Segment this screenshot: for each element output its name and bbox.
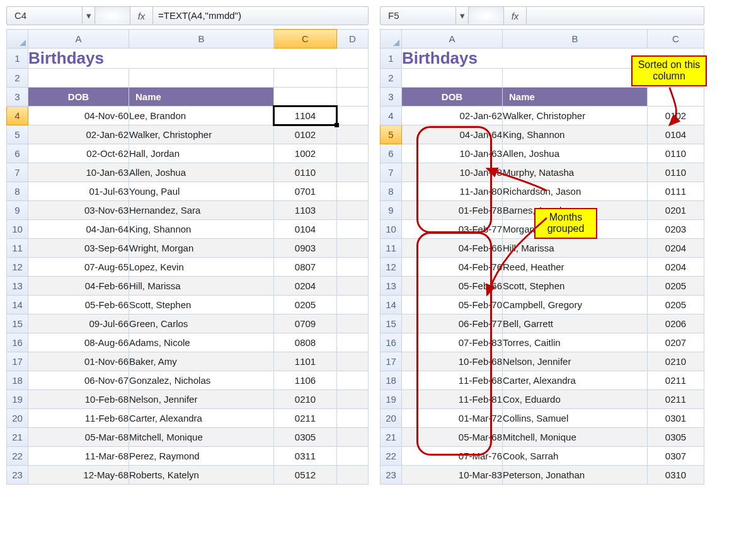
cell-dob[interactable]: 02-Jan-62 [402, 107, 503, 125]
cell-name[interactable]: Gonzalez, Nicholas [129, 371, 274, 390]
name-box-dropdown-icon[interactable]: ▾ [83, 7, 95, 25]
cell-name[interactable]: Bell, Garrett [503, 314, 648, 333]
cell-code[interactable]: 1106 [274, 371, 337, 390]
cell-dob[interactable]: 07-Feb-83 [402, 333, 503, 352]
name-box-dropdown-icon[interactable]: ▾ [456, 7, 469, 25]
cell-code[interactable]: 0211 [274, 409, 337, 428]
cell-name[interactable]: King, Shannon [503, 125, 648, 144]
cell-dob[interactable]: 05-Mar-68 [28, 428, 129, 447]
cell-dob[interactable]: 06-Feb-77 [402, 314, 503, 333]
cell-code[interactable]: 0104 [648, 125, 704, 144]
row-header[interactable]: 7 [7, 163, 28, 182]
row-header[interactable]: 6 [381, 144, 402, 163]
row-header[interactable]: 23 [381, 466, 402, 485]
cell-name[interactable]: Reed, Heather [503, 258, 648, 277]
row-header[interactable]: 2 [7, 69, 28, 88]
cell-name[interactable]: Lee, Brandon [129, 107, 274, 125]
cell[interactable] [337, 201, 369, 220]
cell-name[interactable]: Baker, Amy [129, 352, 274, 371]
cell-code[interactable]: 0808 [274, 333, 337, 352]
cell-dob[interactable]: 04-Nov-60 [28, 107, 129, 125]
cell-code[interactable]: 0709 [274, 314, 337, 333]
row-header[interactable]: 19 [7, 390, 28, 409]
cell[interactable] [274, 88, 337, 107]
cell-dob[interactable]: 04-Feb-66 [402, 239, 503, 258]
cell-dob[interactable]: 03-Nov-63 [28, 201, 129, 220]
cell-dob[interactable]: 10-Mar-83 [402, 466, 503, 485]
cell-name[interactable]: Campbell, Gregory [503, 296, 648, 314]
cell-dob[interactable]: 11-Feb-68 [28, 409, 129, 428]
cell-name[interactable]: Green, Carlos [129, 314, 274, 333]
cell-name[interactable]: Cook, Sarrah [503, 447, 648, 466]
row-header[interactable]: 21 [381, 428, 402, 447]
cell-code[interactable]: 0205 [648, 277, 704, 296]
cell-dob[interactable]: 04-Jan-64 [28, 220, 129, 239]
cell-dob[interactable]: 04-Jan-64 [402, 125, 503, 144]
row-header[interactable]: 5 [381, 125, 402, 144]
cell[interactable] [337, 447, 369, 466]
table-header-name[interactable]: Name [503, 88, 648, 107]
row-header[interactable]: 4 [7, 107, 28, 125]
cell-dob[interactable]: 07-Aug-65 [28, 258, 129, 277]
row-header[interactable]: 8 [381, 182, 402, 201]
cell-code[interactable]: 0110 [274, 163, 337, 182]
cell[interactable] [129, 69, 274, 88]
cell[interactable] [402, 69, 503, 88]
cell-name[interactable]: Walker, Christopher [129, 125, 274, 144]
cell-code[interactable]: 0301 [648, 409, 704, 428]
cell[interactable] [337, 88, 369, 107]
cell-code[interactable]: 0206 [648, 314, 704, 333]
row-header[interactable]: 1 [7, 49, 28, 69]
cell[interactable] [337, 409, 369, 428]
cell-code[interactable]: 0204 [648, 258, 704, 277]
cell-dob[interactable]: 01-Mar-72 [402, 409, 503, 428]
cell-name[interactable]: Cox, Eduardo [503, 390, 648, 409]
cell-name[interactable]: Young, Paul [129, 182, 274, 201]
cell-name[interactable]: Peterson, Jonathan [503, 466, 648, 485]
cell[interactable] [337, 239, 369, 258]
col-header-C[interactable]: C [648, 30, 704, 49]
row-header[interactable]: 14 [381, 296, 402, 314]
cell-name[interactable]: Hall, Jordan [129, 144, 274, 163]
select-all-corner[interactable] [7, 30, 28, 49]
table-header-dob[interactable]: DOB [402, 88, 503, 107]
cell-code[interactable]: 0311 [274, 447, 337, 466]
col-header-B[interactable]: B [129, 30, 274, 49]
cell[interactable] [337, 69, 369, 88]
cell-dob[interactable]: 04-Feb-76 [402, 258, 503, 277]
cell-code[interactable]: 0310 [648, 466, 704, 485]
cell-name[interactable]: Perez, Raymond [129, 447, 274, 466]
cell-dob[interactable]: 10-Jan-63 [402, 144, 503, 163]
cell-name[interactable]: Hill, Marissa [129, 277, 274, 296]
row-header[interactable]: 15 [7, 314, 28, 333]
cell-dob[interactable]: 03-Sep-64 [28, 239, 129, 258]
row-header[interactable]: 9 [7, 201, 28, 220]
row-header[interactable]: 18 [381, 371, 402, 390]
formula-insert-icon[interactable] [469, 7, 504, 25]
cell-dob[interactable]: 05-Feb-70 [402, 296, 503, 314]
row-header[interactable]: 3 [381, 88, 402, 107]
cell[interactable] [337, 125, 369, 144]
row-header[interactable]: 11 [381, 239, 402, 258]
row-header[interactable]: 16 [7, 333, 28, 352]
cell-code[interactable]: 0110 [648, 163, 704, 182]
name-box[interactable]: F5 [381, 7, 456, 25]
cell-code[interactable]: 0102 [274, 125, 337, 144]
col-header-B[interactable]: B [503, 30, 648, 49]
cell-code[interactable]: 0307 [648, 447, 704, 466]
row-header[interactable]: 15 [381, 314, 402, 333]
row-header[interactable]: 10 [7, 220, 28, 239]
row-header[interactable]: 22 [7, 447, 28, 466]
cell-name[interactable]: Carter, Alexandra [129, 409, 274, 428]
cell-name[interactable]: Allen, Joshua [129, 163, 274, 182]
row-header[interactable]: 12 [381, 258, 402, 277]
cell-dob[interactable]: 05-Mar-68 [402, 428, 503, 447]
cell-dob[interactable]: 09-Jul-66 [28, 314, 129, 333]
cell-name[interactable]: Hernandez, Sara [129, 201, 274, 220]
row-header[interactable]: 10 [381, 220, 402, 239]
row-header[interactable]: 16 [381, 333, 402, 352]
cell-dob[interactable]: 10-Feb-68 [28, 390, 129, 409]
cell-name[interactable]: Murphy, Natasha [503, 163, 648, 182]
formula-insert-icon[interactable] [95, 7, 130, 25]
cell-code[interactable]: 0210 [274, 390, 337, 409]
